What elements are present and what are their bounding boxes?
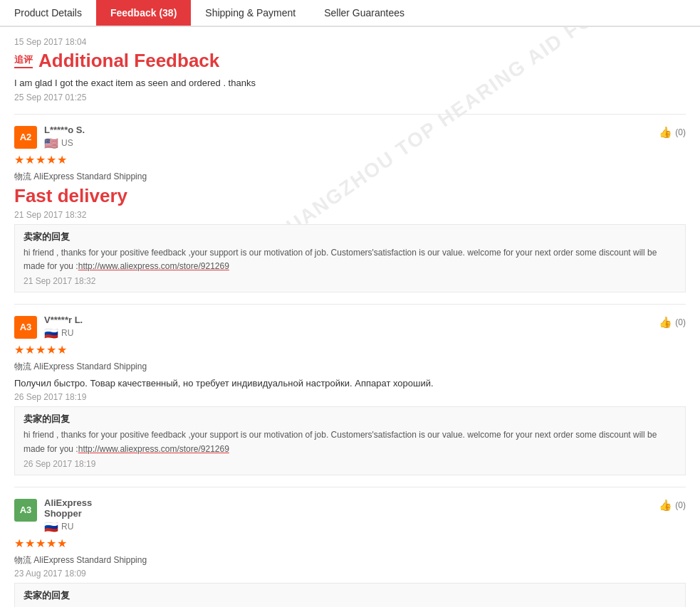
- seller-reply-link-a2[interactable]: http://www.aliexpress.com/store/921269: [78, 261, 229, 271]
- username-a3-ru: V*****r L.: [44, 315, 83, 325]
- like-btn-shopper[interactable]: 👍 (0): [659, 499, 686, 512]
- stars-a3-ru: ★ ★ ★ ★ ★: [14, 343, 67, 357]
- country-a3-ru: RU: [61, 328, 73, 338]
- review-date-a2: 21 Sep 2017 18:32: [14, 210, 686, 220]
- shipping-value-a2: AliExpress Standard Shipping: [33, 171, 147, 181]
- review-shopper: A3 AliExpress Shopper 🇷🇺 RU 👍 (0): [14, 487, 686, 607]
- seller-reply-shopper: 卖家的回复 hi friend , thanks for your positi…: [14, 583, 686, 607]
- additional-feedback-date: 25 Sep 2017 01:25: [14, 93, 686, 102]
- like-count-a3-ru: (0): [675, 317, 686, 327]
- username-a2: L*****o S.: [44, 125, 85, 135]
- stars-shipping-shopper: ★ ★ ★ ★ ★: [14, 537, 686, 551]
- star2: ★: [25, 153, 35, 167]
- fast-delivery-title: Fast delivery: [14, 185, 686, 207]
- shipping-value-a3-ru: AliExpress Standard Shipping: [33, 361, 147, 371]
- top-review-block: 15 Sep 2017 18:04 追评 Additional Feedback…: [14, 27, 686, 115]
- user-info-shopper: A3 AliExpress Shopper 🇷🇺 RU: [14, 497, 92, 534]
- like-btn-a2[interactable]: 👍 (0): [659, 126, 686, 139]
- seller-reply-title-a2: 卖家的回复: [23, 231, 677, 243]
- review-text-a3-ru: Получил быстро. Товар качественный, но т…: [14, 376, 686, 391]
- additional-feedback-title: Additional Feedback: [38, 50, 219, 72]
- seller-reply-link-a3-ru[interactable]: http://www.aliexpress.com/store/921269: [78, 444, 229, 454]
- thumb-icon-shopper: 👍: [659, 499, 672, 512]
- seller-reply-title-shopper: 卖家的回复: [23, 589, 677, 602]
- shipping-a2: 物流 AliExpress Standard Shipping: [14, 171, 686, 183]
- seller-reply-text-a2: hi friend , thanks for your positive fee…: [23, 246, 677, 273]
- shipping-prefix-a2: 物流: [14, 171, 31, 181]
- flag-shopper: 🇷🇺: [44, 520, 58, 534]
- username-shopper: AliExpress Shopper: [44, 497, 92, 519]
- content-area: GUANGZHOU TOP HEARING AID FOR ELDERLY CA…: [0, 27, 700, 607]
- thumb-icon-a3-ru: 👍: [659, 316, 672, 329]
- user-row-shopper: A3 AliExpress Shopper 🇷🇺 RU 👍 (0): [14, 497, 686, 534]
- shipping-prefix-a3-ru: 物流: [14, 361, 31, 371]
- star4: ★: [46, 153, 56, 167]
- review-date-shopper: 23 Aug 2017 18:09: [14, 569, 686, 579]
- country-row-a3-ru: 🇷🇺 RU: [44, 327, 83, 340]
- user-info-a2: A2 L*****o S. 🇺🇸 US: [14, 125, 85, 150]
- star5: ★: [57, 153, 67, 167]
- country-a2: US: [61, 138, 73, 148]
- user-row-a2: A2 L*****o S. 🇺🇸 US 👍 (0): [14, 125, 686, 150]
- like-count-a2: (0): [675, 127, 686, 137]
- country-row-a2: 🇺🇸 US: [44, 137, 85, 150]
- tab-product-details[interactable]: Product Details: [0, 0, 96, 26]
- stars-a2: ★ ★ ★ ★ ★: [14, 153, 67, 167]
- review-date-a3-ru: 26 Sep 2017 18:19: [14, 392, 686, 402]
- user-info-a3-ru: A3 V*****r L. 🇷🇺 RU: [14, 315, 83, 340]
- review-a2: A2 L*****o S. 🇺🇸 US 👍 (0) ★ ★ ★ ★: [14, 115, 686, 305]
- user-details-a3-ru: V*****r L. 🇷🇺 RU: [44, 315, 83, 340]
- country-row-shopper: 🇷🇺 RU: [44, 520, 92, 534]
- flag-a3-ru: 🇷🇺: [44, 327, 58, 340]
- flag-a2: 🇺🇸: [44, 137, 58, 150]
- reply-date-a3-ru: 26 Sep 2017 18:19: [23, 459, 677, 469]
- thumb-icon-a2: 👍: [659, 126, 672, 139]
- additional-feedback-header: 追评 Additional Feedback: [14, 50, 686, 72]
- additional-feedback-text: I am glad I got the exact item as seen a…: [14, 76, 686, 90]
- seller-reply-a2: 卖家的回复 hi friend , thanks for your positi…: [14, 224, 686, 292]
- stars-shipping-a3-ru: ★ ★ ★ ★ ★: [14, 343, 686, 358]
- avatar-shopper: A3: [14, 499, 37, 522]
- reply-date-a2: 21 Sep 2017 18:32: [23, 276, 677, 286]
- tab-feedback[interactable]: Feedback (38): [96, 0, 191, 26]
- stars-shopper: ★ ★ ★ ★ ★: [14, 537, 67, 550]
- star3: ★: [36, 153, 46, 167]
- shipping-prefix-shopper: 物流: [14, 555, 31, 565]
- shipping-a3-ru: 物流 AliExpress Standard Shipping: [14, 361, 686, 373]
- stars-shipping-a2: ★ ★ ★ ★ ★: [14, 153, 686, 168]
- country-shopper: RU: [61, 522, 73, 532]
- avatar-a3-ru: A3: [14, 316, 37, 339]
- avatar-a2: A2: [14, 126, 37, 149]
- user-row-a3-ru: A3 V*****r L. 🇷🇺 RU 👍 (0): [14, 315, 686, 340]
- tab-shipping[interactable]: Shipping & Payment: [191, 0, 310, 26]
- review-a3-ru: A3 V*****r L. 🇷🇺 RU 👍 (0) ★ ★ ★ ★: [14, 305, 686, 487]
- additional-feedback-tag: 追评: [14, 53, 33, 68]
- user-details-a2: L*****o S. 🇺🇸 US: [44, 125, 85, 150]
- tab-seller-guarantees[interactable]: Seller Guarantees: [310, 0, 419, 26]
- seller-reply-title-a3-ru: 卖家的回复: [23, 413, 677, 426]
- top-date: 15 Sep 2017 18:04: [14, 37, 686, 47]
- star1: ★: [14, 153, 24, 167]
- seller-reply-text-a3-ru: hi friend , thanks for your positive fee…: [23, 428, 677, 455]
- seller-reply-a3-ru: 卖家的回复 hi friend , thanks for your positi…: [14, 406, 686, 475]
- tab-bar: Product Details Feedback (38) Shipping &…: [0, 0, 700, 27]
- shipping-shopper: 物流 AliExpress Standard Shipping: [14, 554, 686, 566]
- like-btn-a3-ru[interactable]: 👍 (0): [659, 316, 686, 329]
- user-details-shopper: AliExpress Shopper 🇷🇺 RU: [44, 497, 92, 534]
- like-count-shopper: (0): [675, 500, 686, 510]
- shipping-value-shopper: AliExpress Standard Shipping: [33, 555, 147, 565]
